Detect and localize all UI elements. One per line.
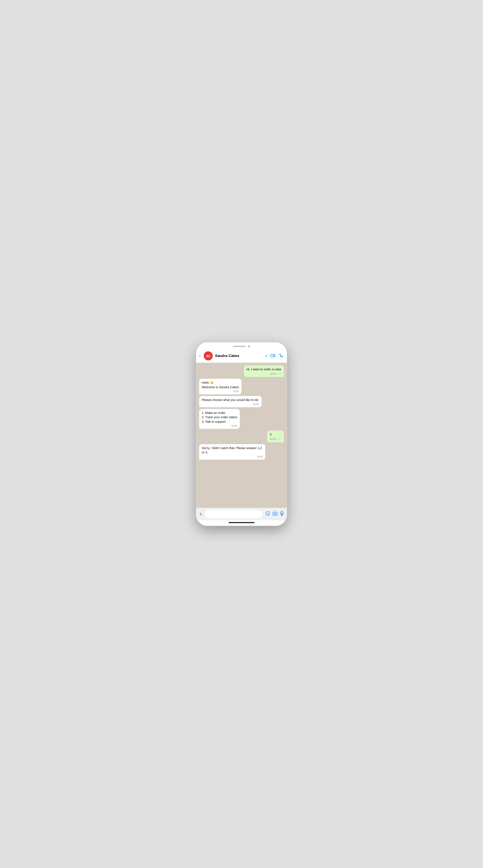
video-call-button[interactable] [271,353,275,359]
message-text: Hello 👋Welcome to Sandra Cakes [202,381,239,389]
message-ticks: ✓✓ [277,437,281,441]
message-text: Sorry, I didn't catch that. Please answe… [202,446,262,454]
phone-top [196,342,287,349]
svg-point-3 [268,513,268,513]
message-time: 12:01 [270,372,276,375]
svg-rect-5 [281,511,283,514]
incoming-bubble: Hello 👋Welcome to Sandra Cakes 12:01 [199,379,242,394]
attachment-button[interactable]: + [199,511,202,517]
message-row: Hello 👋Welcome to Sandra Cakes 12:01 [199,379,284,394]
outgoing-bubble: Hi, I want to order a cake 12:01 ✓✓ [244,365,284,377]
message-time: 12:02 [257,455,263,458]
chat-header: ‹ SC Sandra Cakes ✔ [196,349,287,363]
speaker [233,346,246,347]
message-time: 12:01 [231,424,237,428]
svg-point-2 [267,513,267,513]
message-input-bar: + [196,508,287,520]
incoming-bubble: Please choose what you would like to do:… [199,396,262,407]
home-indicator [196,520,287,526]
message-time: 12:01 [253,403,259,406]
front-camera [248,345,250,347]
header-actions [271,353,283,359]
message-text: Please choose what you would like to do: [202,398,259,402]
phone-frame: ‹ SC Sandra Cakes ✔ Hi, I w [196,342,287,526]
message-text: 0 [270,433,272,436]
message-time: 12:01 [233,390,239,393]
verified-icon: ✔ [265,353,268,358]
message-ticks: ✓✓ [277,372,281,376]
message-time: 12:02 [270,437,276,441]
message-input[interactable] [205,510,263,518]
message-row: Sorry, I didn't catch that. Please answe… [199,444,284,460]
message-text: 1. Make an order2. Track your order stat… [202,411,237,424]
sticker-button[interactable] [265,511,270,517]
svg-point-4 [274,513,276,514]
chat-area: Hi, I want to order a cake 12:01 ✓✓ Hell… [196,363,287,508]
incoming-bubble: 1. Make an order2. Track your order stat… [199,409,240,429]
contact-avatar: SC [204,351,213,361]
back-button[interactable]: ‹ [198,353,202,359]
message-text: Hi, I want to order a cake [247,368,281,371]
outgoing-bubble: 0 12:02 ✓✓ [267,431,284,442]
contact-name: Sandra Cakes [215,354,263,358]
message-row: 1. Make an order2. Track your order stat… [199,409,284,429]
camera-button[interactable] [273,511,277,517]
svg-rect-1 [266,512,269,515]
voice-call-button[interactable] [279,353,283,359]
microphone-button[interactable] [280,511,284,517]
svg-rect-0 [271,354,274,357]
message-row: Please choose what you would like to do:… [199,396,284,407]
message-row: 0 12:02 ✓✓ [199,431,284,442]
home-bar [229,522,254,523]
message-row: Hi, I want to order a cake 12:01 ✓✓ [199,365,284,377]
incoming-bubble: Sorry, I didn't catch that. Please answe… [199,444,265,460]
